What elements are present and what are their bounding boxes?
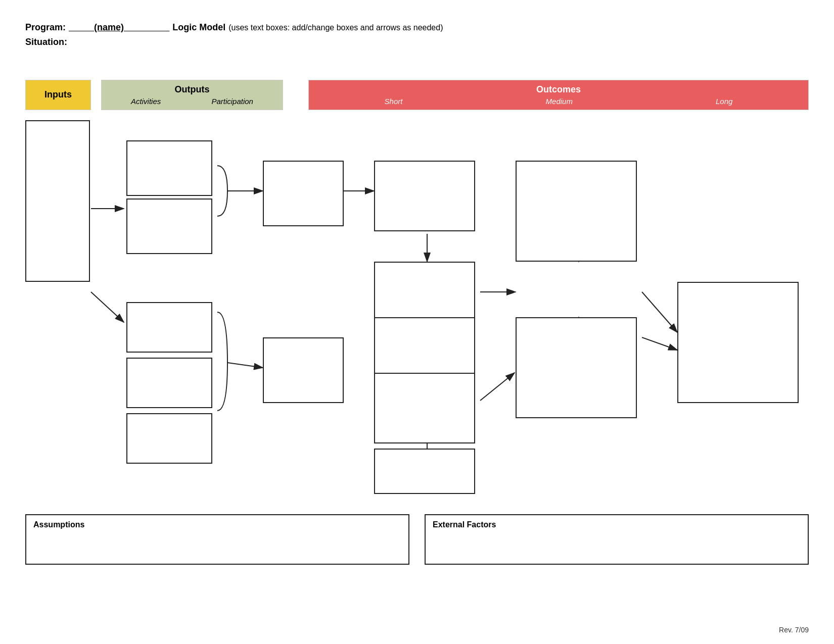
long-outcome[interactable] (677, 282, 799, 403)
participation-box-1[interactable] (263, 161, 344, 226)
short-label: Short (385, 97, 403, 106)
situation-label: Situation: (25, 37, 67, 47)
outputs-title: Outputs (175, 84, 210, 95)
long-label: Long (716, 97, 732, 106)
inputs-box[interactable] (25, 120, 90, 282)
outcomes-header: Outcomes Short Medium Long (308, 80, 809, 110)
column-headers: Inputs Outputs Activities Participation … (25, 80, 809, 110)
logic-model-title: Logic Model (172, 20, 225, 35)
activity-box-2[interactable] (126, 199, 212, 254)
program-name: _____(name)_________ (69, 20, 169, 35)
activity-box-4[interactable] (126, 358, 212, 408)
participation-box-2[interactable] (263, 337, 344, 403)
diagram-area (25, 120, 809, 499)
program-label: Program: (25, 20, 66, 35)
assumptions-box[interactable]: Assumptions (25, 514, 409, 565)
activity-box-5[interactable] (126, 413, 212, 464)
activity-box-1[interactable] (126, 140, 212, 196)
header: Program: _____(name)_________ Logic Mode… (25, 20, 809, 49)
svg-line-14 (642, 337, 677, 350)
activities-label: Activities (131, 97, 161, 106)
svg-line-11 (480, 373, 515, 401)
medium-outcome-2[interactable] (516, 317, 637, 418)
external-factors-box[interactable]: External Factors (425, 514, 809, 565)
outcomes-title: Outcomes (536, 84, 581, 95)
svg-line-13 (642, 292, 677, 332)
short-outcome-1[interactable] (374, 161, 475, 231)
participation-label: Participation (211, 97, 253, 106)
header-note: (uses text boxes: add/change boxes and a… (228, 21, 443, 34)
svg-line-3 (91, 292, 124, 322)
outputs-header: Outputs Activities Participation (101, 80, 283, 110)
activity-box-3[interactable] (126, 302, 212, 353)
page: Program: _____(name)_________ Logic Mode… (0, 0, 834, 644)
inputs-header: Inputs (25, 80, 91, 110)
medium-label: Medium (546, 97, 573, 106)
svg-line-5 (227, 363, 263, 368)
inputs-label: Inputs (44, 89, 72, 100)
short-outcome-4[interactable] (374, 373, 475, 443)
external-factors-title: External Factors (433, 520, 801, 529)
revision-note: Rev. 7/09 (779, 626, 809, 634)
assumptions-title: Assumptions (33, 520, 401, 529)
bottom-section: Assumptions External Factors (25, 514, 809, 565)
medium-outcome-1[interactable] (516, 161, 637, 262)
short-outcome-bottom[interactable] (374, 449, 475, 494)
